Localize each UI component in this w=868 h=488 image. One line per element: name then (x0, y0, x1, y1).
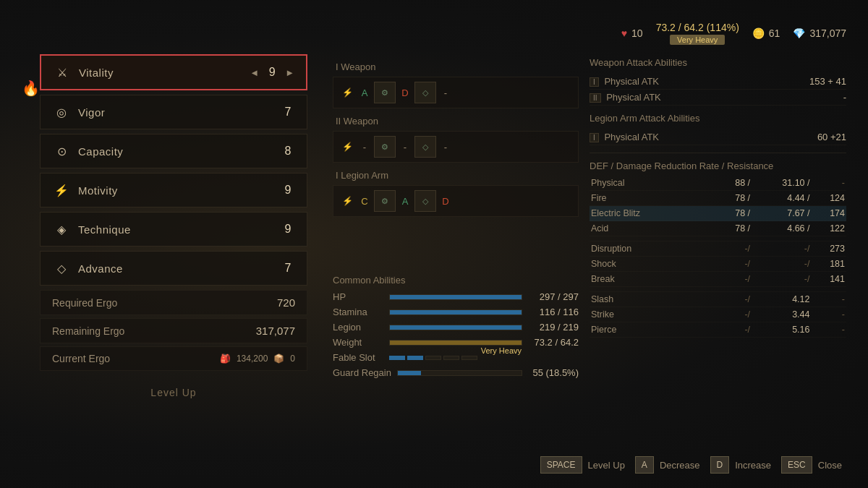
current-ergo-icons: 🎒 134,200 📦 0 (220, 354, 295, 364)
diamond-icon-2: ◇ (414, 190, 436, 212)
motivity-name: Motivity (78, 184, 118, 197)
guard-regain-row: Guard Regain 55 (18.5%) (333, 367, 579, 378)
current-ergo-row: Current Ergo 🎒 134,200 📦 0 (40, 346, 307, 371)
roman-num-1: II (590, 93, 601, 103)
ability-val-3: 73.2 / 64.2 (528, 337, 579, 348)
fable-dot-5 (461, 356, 477, 360)
ability-row-weight: Weight Very Heavy 73.2 / 64.2 (333, 337, 579, 348)
def-row-2: Electric Blitz 78 / 7.67 / 174 (590, 206, 846, 221)
def3-v2-1: 3.44 (752, 307, 811, 322)
equip-row-0[interactable]: ⚡A⚙D◇- (333, 77, 579, 108)
fable-dot-3 (425, 356, 441, 360)
grade-1-0: A (359, 87, 370, 98)
weapon-attack-container: I Physical ATK 153 + 41 II Physical ATK … (590, 74, 846, 106)
stat-row-motivity[interactable]: ⚡ Motivity 9 (40, 173, 307, 207)
arrow-left: ◄ (250, 67, 259, 78)
weapon-attack-val-1: - (843, 92, 846, 103)
def-v1-3: 78 / (717, 221, 752, 236)
def3-v3-2: - (811, 322, 846, 338)
def-row2-2: Break -/ -/ 141 (590, 272, 846, 287)
def-row3-2: Pierce -/ 5.16 - (590, 322, 846, 338)
gear-icon-2: ⚙ (374, 190, 396, 212)
grade-3-1: - (441, 142, 451, 153)
def-row-0: Physical 88 / 31.10 / - (590, 176, 846, 191)
def-v3-0: - (811, 176, 846, 191)
stat-row-vitality[interactable]: ⚔ Vitality ◄ 9 ► (40, 54, 307, 90)
fable-label: Fable Slot (333, 352, 383, 363)
equip-row-1[interactable]: ⚡-⚙-◇- (333, 131, 579, 163)
vitality-name: Vitality (79, 67, 114, 79)
vigor-name: Vigor (78, 106, 105, 119)
roman-num-0: I (590, 77, 599, 87)
def3-name-2: Pierce (590, 322, 717, 338)
bag-icon: 🎒 (220, 354, 231, 364)
def2-name-0: Disruption (590, 241, 717, 257)
coins-value: 61 (769, 27, 780, 39)
stat-rows-container: ⚔ Vitality ◄ 9 ► ◎ Vigor 7 ⊙ Capacity 8 (40, 54, 307, 286)
equip-header-1: II Weapon (333, 114, 579, 128)
gear-icon-0: ⚙ (374, 82, 396, 103)
stat-row-vigor[interactable]: ◎ Vigor 7 (40, 95, 307, 129)
def-row-1: Fire 78 / 4.44 / 124 (590, 191, 846, 206)
equip-header-0: I Weapon (333, 60, 579, 74)
def-table-body: Physical 88 / 31.10 / - Fire 78 / 4.44 /… (590, 176, 846, 338)
crystal-icon: 💎 (793, 27, 805, 39)
required-ergo-row: Required Ergo 720 (40, 290, 307, 315)
current-ergo-val2: 0 (290, 354, 295, 364)
weight-status: Very Heavy (481, 346, 522, 355)
ability-val-0: 297 / 297 (528, 291, 579, 302)
diamond-icon-0: ◇ (414, 82, 436, 103)
equip-row-2[interactable]: ⚡C⚙A◇D (333, 185, 579, 217)
def-v1-1: 78 / (717, 191, 752, 206)
advance-icon: ◇ (52, 259, 71, 278)
stat-row-capacity[interactable]: ⊙ Capacity 8 (40, 134, 307, 168)
grade-1-1: - (359, 142, 370, 153)
remaining-ergo-value: 317,077 (256, 325, 295, 337)
required-ergo-label: Required Ergo (52, 297, 117, 309)
grade-3-2: D (441, 196, 451, 207)
remaining-ergo-label: Remaining Ergo (52, 325, 124, 337)
stat-row-technique[interactable]: ◈ Technique 9 (40, 212, 307, 247)
gear-icon-1: ⚙ (374, 136, 396, 158)
fable-dot-2 (407, 356, 423, 360)
technique-icon: ◈ (52, 220, 71, 239)
ability-val-2: 219 / 219 (528, 322, 579, 333)
hp-value: 10 (631, 27, 643, 39)
def-row2-1: Shock -/ -/ 181 (590, 257, 846, 272)
motivity-icon: ⚡ (52, 181, 71, 200)
d-key[interactable]: D (710, 456, 730, 474)
def-row3-0: Slash -/ 4.12 - (590, 292, 846, 307)
heart-icon: ♥ (621, 27, 627, 39)
def-title: DEF / Damage Reduction Rate / Resistance (590, 160, 846, 171)
esc-key[interactable]: ESC (781, 456, 812, 474)
hp-stat: ♥ 10 (621, 27, 643, 39)
ability-name-3: Weight (333, 337, 383, 348)
stat-row-advance[interactable]: ◇ Advance 7 (40, 251, 307, 286)
def3-v2-2: 5.16 (752, 322, 811, 338)
capacity-icon: ⊙ (52, 142, 71, 160)
required-ergo-value: 720 (277, 296, 295, 309)
def-v3-1: 124 (811, 191, 846, 206)
fable-row: Fable Slot (333, 352, 579, 363)
grade-2-1: - (400, 142, 410, 153)
def3-v2-0: 4.12 (752, 292, 811, 307)
def2-v1-0: -/ (717, 241, 752, 257)
def-row2-0: Disruption -/ -/ 273 (590, 241, 846, 257)
weapon-attack-row-1: II Physical ATK - (590, 90, 846, 106)
def-v3-3: 122 (811, 221, 846, 236)
fable-dot-1 (389, 356, 405, 360)
space-key[interactable]: SPACE (540, 456, 582, 474)
def-name-0: Physical (590, 176, 717, 191)
grade-2-0: D (400, 87, 410, 98)
def2-v3-2: 141 (811, 272, 846, 287)
common-abilities-title: Common Abilities (333, 275, 579, 286)
def2-v3-1: 181 (811, 257, 846, 272)
arrow-right: ► (285, 67, 294, 78)
legion-attack-container: I Physical ATK 60 +21 (590, 129, 846, 145)
ability-name-0: HP (333, 291, 383, 302)
def3-v3-0: - (811, 292, 846, 307)
ability-bar-1 (390, 310, 522, 314)
level-up-display: Level Up (40, 378, 307, 407)
common-abilities-panel: Common Abilities HP 297 / 297 Stamina 11… (333, 275, 579, 382)
a-key[interactable]: A (635, 456, 654, 474)
